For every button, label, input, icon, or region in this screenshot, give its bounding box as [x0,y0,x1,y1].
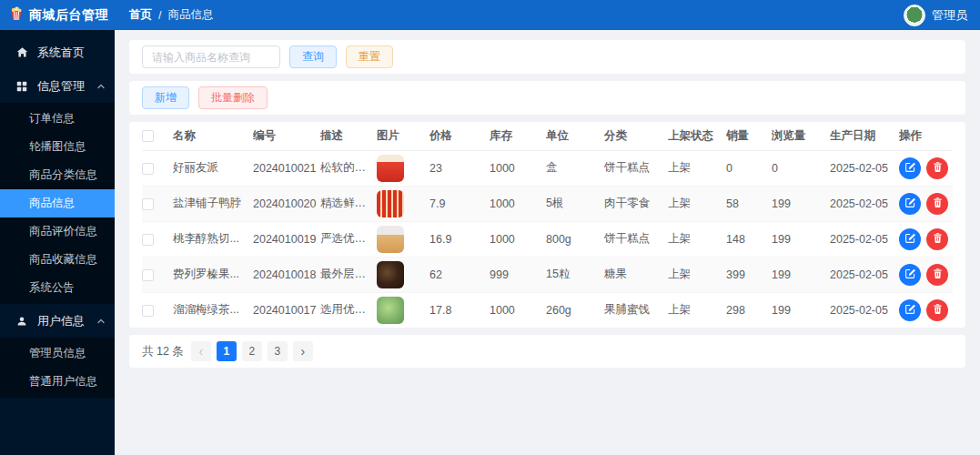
sidebar-subitem[interactable]: 普通用户信息 [0,368,115,396]
table-row: 桃李醇熟切...2024010019严选优质小...16.91000800g饼干… [142,221,953,257]
edit-button[interactable] [899,228,921,250]
cell-unit: 800g [546,221,604,257]
sidebar-menu: 系统首页信息管理订单信息轮播图信息商品分类信息商品信息商品评价信息商品收藏信息系… [0,30,115,398]
cell-unit: 5根 [546,186,604,221]
breadcrumb-home[interactable]: 首页 [129,7,152,23]
trash-icon [932,303,944,318]
sidebar-subitem[interactable]: 商品评价信息 [0,217,115,246]
sidebar-item[interactable]: 信息管理 [0,69,115,103]
cell-unit: 盒 [546,150,604,186]
cell-desc: 松软的蛋糕... [320,150,377,186]
sidebar-item[interactable]: 系统首页 [0,35,115,69]
popcorn-icon [9,6,24,25]
column-header: 分类 [604,122,668,150]
table-row: 好丽友派2024010021松软的蛋糕...231000盒饼干糕点上架00202… [142,150,953,186]
cell-code: 2024010018 [253,257,320,292]
cell-date: 2025-02-05 [830,221,899,257]
pagination-page[interactable]: 2 [242,341,262,361]
trash-icon [932,161,944,176]
delete-button[interactable] [926,264,948,286]
cell-name: 费列罗榛果... [173,257,253,292]
batch-delete-button[interactable]: 批量删除 [198,86,268,109]
sidebar-subitem[interactable]: 商品分类信息 [0,161,115,189]
edit-button[interactable] [899,193,921,215]
cell-views: 0 [772,150,830,186]
row-checkbox[interactable] [142,305,154,317]
main-content: 查询 重置 新增 批量删除 名称编号描述图片价格库存单位分类上架状态销量浏览量生… [115,30,980,455]
cell-stock: 1000 [490,292,546,328]
cell-desc: 精选鲜嫩鸭... [320,186,377,221]
cell-category: 果脯蜜饯 [604,292,668,328]
sidebar-subitem[interactable]: 订单信息 [0,105,115,133]
cell-name: 盐津铺子鸭脖 [173,186,253,221]
pagination-pages: ‹123› [191,341,313,361]
chevron-up-icon [96,82,106,91]
reset-button[interactable]: 重置 [346,46,393,68]
row-checkbox[interactable] [142,234,154,246]
trash-icon [932,268,944,282]
sidebar-subitem[interactable]: 商品信息 [0,189,115,217]
user-name: 管理员 [932,7,967,24]
add-button[interactable]: 新增 [142,86,189,109]
app-title: 商城后台管理 [29,7,108,24]
row-checkbox[interactable] [142,269,154,281]
cell-unit: 260g [546,292,604,328]
column-header: 描述 [320,122,377,150]
cell-views: 199 [772,257,830,292]
select-all-checkbox[interactable] [142,130,154,142]
pagination-prev[interactable]: ‹ [191,341,211,361]
sidebar-subitem[interactable]: 轮播图信息 [0,133,115,161]
search-bar: 查询 重置 [129,40,965,74]
cell-desc: 严选优质小... [320,221,377,257]
cell-status: 上架 [668,221,726,257]
breadcrumb-separator: / [158,9,161,22]
cell-stock: 1000 [490,150,546,186]
column-header: 编号 [253,122,320,150]
pagination-next[interactable]: › [293,341,313,361]
cell-desc: 选用优质青... [320,292,377,328]
delete-button[interactable] [926,193,948,215]
delete-button[interactable] [926,299,948,321]
sliced-bread-photo [377,226,404,253]
cell-status: 上架 [668,186,726,221]
cell-desc: 最外层是香... [320,257,377,292]
cell-views: 199 [772,221,830,257]
row-checkbox[interactable] [142,198,154,210]
edit-icon [904,197,916,211]
column-header: 上架状态 [668,122,726,150]
cell-price: 16.9 [429,221,490,257]
cell-stock: 1000 [490,221,546,257]
search-button[interactable]: 查询 [289,46,337,68]
search-input[interactable] [142,46,280,68]
sidebar-subitem[interactable]: 系统公告 [0,274,115,302]
delete-button[interactable] [926,228,948,250]
column-header: 单位 [546,122,604,150]
cell-views: 199 [772,292,830,328]
pagination-page[interactable]: 3 [268,341,288,361]
grid-icon [16,81,29,92]
cell-date: 2025-02-05 [830,292,899,328]
user-menu[interactable]: 管理员 [904,5,980,26]
delete-button[interactable] [926,157,948,179]
table-row: 溜溜梅绿茶...2024010017选用优质青...17.81000260g果脯… [142,292,953,328]
chevron-left-icon: ‹ [199,345,204,358]
cell-date: 2025-02-05 [830,257,899,292]
edit-button[interactable] [899,299,921,321]
cell-category: 饼干糕点 [604,221,668,257]
sidebar-subitem[interactable]: 管理员信息 [0,339,115,368]
breadcrumb: 首页 / 商品信息 [115,7,904,23]
goods-table-card: 名称编号描述图片价格库存单位分类上架状态销量浏览量生产日期操作 好丽友派2024… [129,122,965,328]
home-icon [16,46,29,58]
cell-code: 2024010021 [253,150,320,186]
cell-category: 饼干糕点 [604,150,668,186]
sidebar-subitem[interactable]: 商品收藏信息 [0,246,115,274]
edit-button[interactable] [899,264,921,286]
user-icon [16,316,29,327]
pagination-page[interactable]: 1 [217,341,237,361]
column-header: 名称 [173,122,253,150]
sidebar-item[interactable]: 用户信息 [0,304,115,338]
edit-button[interactable] [899,157,921,179]
row-checkbox[interactable] [142,163,154,175]
red-duck-neck-packs-photo [377,190,404,217]
app-logo: 商城后台管理 [0,6,115,25]
